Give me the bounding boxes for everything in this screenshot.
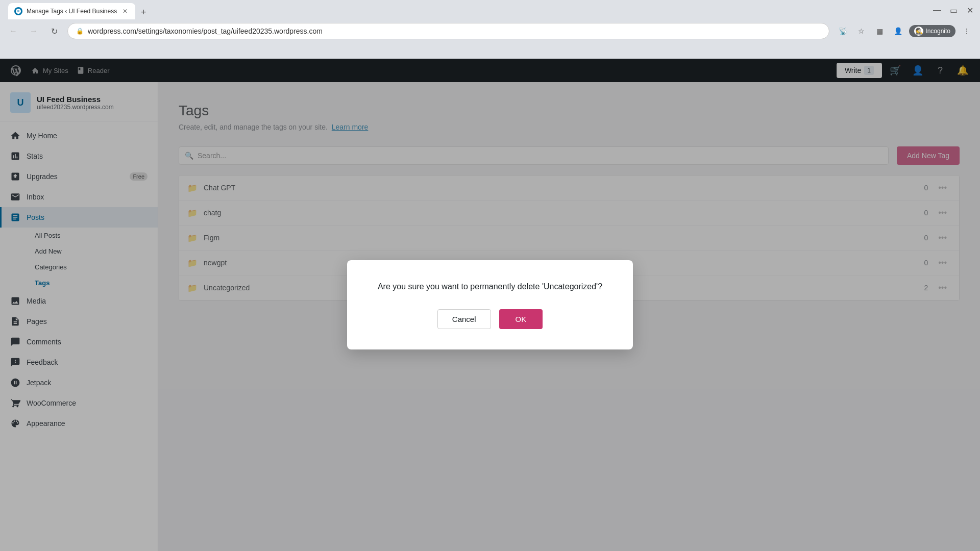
active-tab[interactable]: Manage Tags ‹ UI Feed Business ✕ <box>8 3 135 19</box>
forward-button[interactable]: → <box>27 24 41 38</box>
incognito-badge: 🕵 Incognito <box>909 25 955 37</box>
address-actions: 📡 ☆ ▦ 👤 🕵 Incognito ⋮ <box>836 24 974 38</box>
title-bar: Manage Tags ‹ UI Feed Business ✕ + — ▭ ✕ <box>0 0 980 20</box>
tab-title: Manage Tags ‹ UI Feed Business <box>27 8 117 15</box>
bookmark-icon[interactable]: ☆ <box>854 24 868 38</box>
sidebar-icon[interactable]: ▦ <box>872 24 887 38</box>
dialog-message: Are you sure you want to permanently del… <box>372 281 608 293</box>
address-bar: ← → ↻ 🔒 wordpress.com/settings/taxonomie… <box>0 20 980 42</box>
confirm-dialog: Are you sure you want to permanently del… <box>347 260 633 349</box>
window-controls: — ▭ ✕ <box>931 4 976 16</box>
modal-overlay: Are you sure you want to permanently del… <box>0 59 980 551</box>
window-close-button[interactable]: ✕ <box>964 4 976 16</box>
incognito-label: Incognito <box>925 28 950 35</box>
lock-icon: 🔒 <box>76 28 84 35</box>
new-tab-button[interactable]: + <box>136 5 151 19</box>
cancel-button[interactable]: Cancel <box>437 309 491 329</box>
profile-icon[interactable]: 👤 <box>891 24 905 38</box>
url-bar[interactable]: 🔒 wordpress.com/settings/taxonomies/post… <box>67 23 829 39</box>
back-button[interactable]: ← <box>6 24 20 38</box>
menu-icon[interactable]: ⋮ <box>960 24 974 38</box>
minimize-button[interactable]: — <box>931 4 943 16</box>
tab-favicon <box>14 7 22 15</box>
dialog-actions: Cancel OK <box>372 309 608 329</box>
cast-icon[interactable]: 📡 <box>836 24 850 38</box>
tab-bar: Manage Tags ‹ UI Feed Business ✕ + <box>4 1 155 19</box>
tab-close-button[interactable]: ✕ <box>121 7 129 15</box>
reload-button[interactable]: ↻ <box>47 24 61 38</box>
ok-button[interactable]: OK <box>499 309 543 329</box>
maximize-button[interactable]: ▭ <box>947 4 960 16</box>
url-text: wordpress.com/settings/taxonomies/post_t… <box>88 27 821 35</box>
incognito-icon: 🕵 <box>914 27 923 36</box>
browser-chrome: Manage Tags ‹ UI Feed Business ✕ + — ▭ ✕… <box>0 0 980 59</box>
